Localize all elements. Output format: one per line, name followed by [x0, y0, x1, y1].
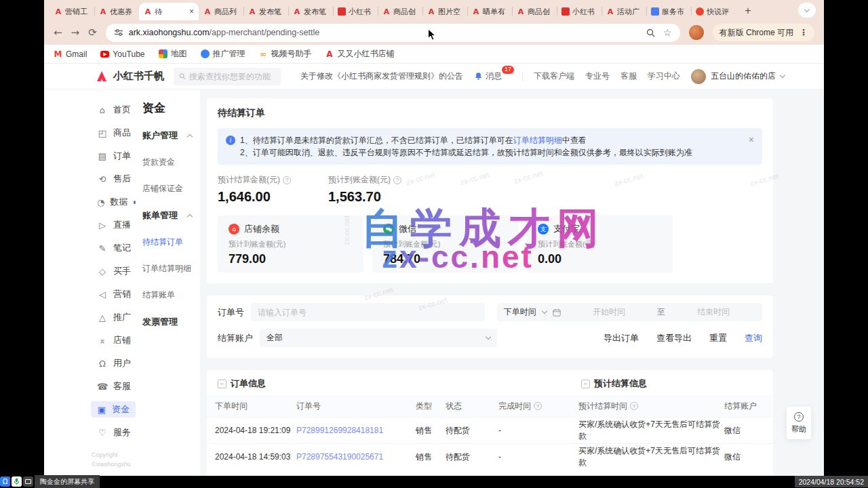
new-tab-button[interactable]: +: [740, 3, 756, 19]
close-icon[interactable]: ×: [749, 134, 754, 146]
bookmark-youtube[interactable]: ▶YouTube: [100, 49, 144, 59]
copyright-text: Copyright©xiaohongshu: [92, 451, 131, 469]
settle-detail-link[interactable]: 订单结算明细: [513, 136, 562, 145]
brand[interactable]: 小红书千帆: [95, 70, 164, 83]
sidebar-item-notes[interactable]: ✎笔记: [97, 240, 136, 256]
tab-search-button[interactable]: [798, 3, 816, 18]
query-button[interactable]: 查询: [745, 332, 762, 344]
live-icon: ▷: [97, 220, 108, 230]
sidebar-item-funds[interactable]: ▣资金: [91, 401, 136, 418]
submenu-item-settle-bill[interactable]: 结算账单: [142, 289, 200, 301]
tab-label: 小红书: [572, 7, 597, 17]
help-circle-icon[interactable]: ?: [283, 176, 291, 184]
sidebar-item-buyer[interactable]: ◇买手: [97, 263, 136, 279]
browser-tab-1[interactable]: 优惠券: [94, 3, 139, 20]
app-search-box[interactable]: [174, 68, 281, 85]
browser-tab-12[interactable]: 活动广: [601, 3, 646, 20]
app-search-input[interactable]: [189, 72, 275, 81]
sidebar-item-orders[interactable]: ▤订单: [97, 148, 136, 164]
end-time-placeholder[interactable]: 结束时间: [671, 306, 755, 318]
announcement-link[interactable]: 关于修改《小红书商家发货管理规则》的公告: [300, 70, 463, 82]
chrome-menu-icon[interactable]: ⋮: [800, 28, 808, 37]
col-settle-account: 结算账户: [724, 401, 773, 412]
sidebar-item-live[interactable]: ▷直播: [97, 217, 136, 233]
sidebar-item-promotion[interactable]: △推广: [97, 309, 136, 325]
ark-favicon: [203, 7, 212, 16]
submenu-item-goods-funds[interactable]: 货款资金: [142, 157, 200, 168]
sidebar-item-goods[interactable]: ◰商品: [97, 125, 136, 141]
bookmark-channels[interactable]: ∞视频号助手: [259, 48, 312, 60]
browser-tab-3[interactable]: 商品列: [199, 3, 243, 20]
submenu-section-bills[interactable]: 账单管理: [142, 209, 200, 222]
search-icon[interactable]: [646, 28, 655, 37]
sidebar-item-marketing[interactable]: ◁营销: [97, 286, 136, 302]
group-settle-info[interactable]: −预计结算信息: [581, 378, 647, 390]
settle-account-select[interactable]: 全部: [260, 329, 497, 347]
bookmark-ark-shop[interactable]: A又又小红书店铺: [326, 48, 395, 60]
sidebar-item-home[interactable]: ⌂首页: [97, 102, 136, 118]
messages[interactable]: 消息 17: [474, 70, 511, 82]
browser-tab-7[interactable]: 商品创: [378, 3, 422, 20]
browser-tab-2-active[interactable]: 待×: [139, 3, 199, 20]
back-button[interactable]: ←: [54, 26, 62, 39]
browser-tab-8[interactable]: 图片空: [422, 3, 467, 20]
submenu-item-pending-settle[interactable]: 待结算订单: [142, 237, 200, 248]
browser-tab-6[interactable]: 小红书: [333, 3, 378, 20]
chrome-profile-avatar[interactable]: [689, 25, 704, 40]
bookmark-star-icon[interactable]: ☆: [663, 27, 672, 38]
bookmark-promo[interactable]: 推广管理: [201, 48, 245, 60]
submenu-section-accounts[interactable]: 账户管理: [142, 129, 200, 142]
nav-link-learning[interactable]: 学习中心: [648, 70, 680, 82]
tab-close-icon[interactable]: ×: [189, 7, 194, 16]
collapse-icon[interactable]: −: [581, 380, 590, 388]
order-no-input[interactable]: [251, 303, 485, 321]
bookmark-gmail[interactable]: MGmail: [54, 49, 87, 59]
collapse-icon[interactable]: −: [218, 380, 226, 388]
export-orders-button[interactable]: 导出订单: [604, 332, 639, 344]
participant-icon[interactable]: Ω: [0, 476, 10, 487]
browser-tab-11[interactable]: 小红书: [557, 3, 601, 20]
view-export-button[interactable]: 查看导出: [656, 332, 692, 344]
chevron-up-icon: [187, 214, 193, 219]
order-no-link[interactable]: P728975543190025671: [296, 452, 416, 462]
url-bar[interactable]: ark.xiaohongshu.com/app-merchant/pending…: [106, 24, 680, 42]
bookmark-maps[interactable]: 地图: [159, 48, 187, 60]
cell-settle-account: 微信: [724, 451, 773, 463]
date-range-picker[interactable]: 下单时间 开始时间 至 结束时间: [497, 303, 762, 321]
time-type-select[interactable]: 下单时间: [504, 306, 536, 318]
help-circle-icon[interactable]: ?: [393, 176, 401, 184]
browser-tab-10[interactable]: 商品创: [512, 3, 557, 20]
group-order-info[interactable]: −订单信息: [218, 378, 266, 390]
reload-button[interactable]: ⟳: [88, 26, 97, 39]
forward-button[interactable]: →: [71, 26, 80, 39]
sidebar-item-services[interactable]: ♡服务: [97, 424, 136, 441]
sidebar-item-data[interactable]: ◔数据: [97, 194, 136, 210]
order-no-link[interactable]: P728991269928418181: [296, 426, 416, 435]
help-float-button[interactable]: ? 帮助: [787, 407, 811, 439]
browser-tab-14[interactable]: 快说评: [691, 3, 736, 20]
browser-tab-4[interactable]: 发布笔: [243, 3, 288, 20]
submenu-item-settle-detail[interactable]: 订单结算明细: [142, 263, 200, 274]
shop-account-menu[interactable]: 五台山的佑佑的店: [691, 69, 785, 84]
browser-tab-9[interactable]: 晒单有: [467, 3, 512, 20]
nav-link-download[interactable]: 下载客户端: [534, 70, 574, 82]
nav-link-pro-account[interactable]: 专业号: [585, 70, 610, 82]
mic-icon[interactable]: [12, 476, 22, 487]
screen-icon[interactable]: [23, 476, 33, 487]
browser-tab-5[interactable]: 发布笔: [288, 3, 333, 20]
sidebar-item-shop[interactable]: ⌅店铺: [97, 332, 136, 348]
help-circle-icon[interactable]: ?: [630, 402, 638, 410]
sidebar-item-service[interactable]: ☎客服: [97, 378, 136, 394]
tune-icon[interactable]: [114, 28, 123, 37]
help-circle-icon[interactable]: ?: [534, 402, 542, 410]
submenu-section-invoice[interactable]: 发票管理: [142, 316, 200, 328]
browser-tab-13[interactable]: 服务市: [646, 3, 691, 20]
nav-link-support[interactable]: 客服: [620, 70, 637, 82]
submenu-item-deposit[interactable]: 店铺保证金: [142, 183, 200, 195]
chrome-update-button[interactable]: 有新版 Chrome 可用 ⋮: [713, 24, 814, 41]
sidebar-item-aftersale[interactable]: ⟲售后: [97, 171, 136, 187]
start-time-placeholder[interactable]: 开始时间: [567, 306, 651, 318]
sidebar-item-users[interactable]: Ω用户: [97, 355, 136, 371]
browser-tab-0[interactable]: 营销工: [50, 3, 94, 20]
reset-button[interactable]: 重置: [709, 332, 727, 344]
